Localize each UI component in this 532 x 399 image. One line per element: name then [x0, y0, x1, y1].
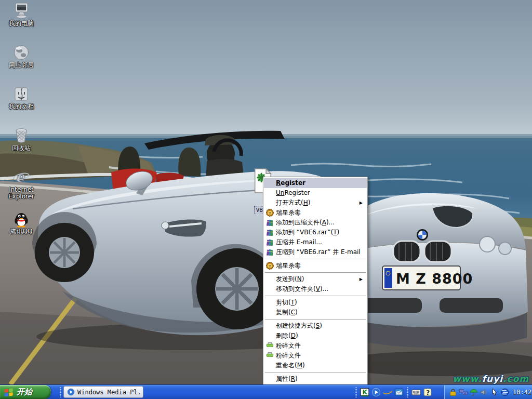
quick-launch-handle[interactable] [355, 387, 357, 397]
desktop-icon-label: 回收站 [12, 145, 31, 152]
menu-item[interactable]: 删除(D) [264, 331, 367, 341]
menu-item[interactable]: UnRegister [264, 188, 367, 198]
quick-launch-media-player-icon[interactable] [371, 388, 381, 397]
menu-item-label: 复制(C) [276, 309, 298, 316]
my-documents-icon [12, 85, 30, 103]
tray-network-icon[interactable] [459, 388, 468, 396]
winrar-icon [266, 229, 274, 236]
quick-launch-outlook-express-icon[interactable] [394, 388, 404, 397]
desktop-icon-label: 我的电脑 [9, 20, 34, 27]
internet-explorer-icon: e [12, 168, 30, 186]
menu-item[interactable]: 重命名(M) [264, 361, 367, 370]
menu-item-label: 发送到(N) [276, 275, 304, 283]
menu-item[interactable]: 添加到 “VBE6.rar”(T) [264, 228, 367, 237]
menu-separator [265, 319, 366, 320]
quick-launch-kv-antivirus-icon[interactable]: K [360, 388, 369, 397]
desktop-icon-network-places[interactable]: 网上邻居 [1, 44, 42, 85]
desktop-icon-my-documents[interactable]: 我的文档 [1, 85, 42, 127]
license-plate-text: M Z 8800 [396, 271, 473, 287]
tray-clock[interactable]: 10:42 [513, 389, 531, 396]
quick-launch-ie-small-icon[interactable]: e [383, 388, 392, 397]
media-player-icon [67, 388, 75, 396]
start-button[interactable]: 开始 [0, 385, 51, 399]
menu-item-label: Register [276, 179, 305, 187]
menu-item[interactable]: 压缩并 E-mail... [264, 237, 367, 247]
menu-item[interactable]: 瑞星杀毒 [264, 208, 367, 218]
taskbar-task-windows-media-player[interactable]: Windows Media Pl... [63, 386, 143, 398]
rising-antivirus-icon [266, 209, 274, 217]
menu-item-label: 添加到 “VBE6.rar”(T) [276, 229, 339, 236]
winrar-icon [266, 248, 274, 256]
system-tray: 10:42 [444, 385, 532, 399]
watermark-pre: www. [453, 374, 482, 384]
menu-item[interactable]: 发送到(N)▶ [264, 274, 367, 284]
qq-icon [12, 210, 30, 228]
winrar-icon [266, 219, 274, 227]
network-places-icon [12, 44, 30, 61]
license-plate: M Z 8800 [382, 266, 473, 290]
menu-separator [265, 372, 366, 373]
menu-item-label: 移动到文件夹(V)... [276, 285, 328, 292]
tray-firewall-icon[interactable] [501, 388, 509, 396]
desktop-icon-tencent-qq[interactable]: 腾讯QQ [1, 210, 42, 251]
taskbar-drag-handle[interactable] [59, 387, 62, 397]
desktop-icon-list: 我的电脑网上邻居我的文档回收站eInternet Explorer腾讯QQ [1, 2, 42, 251]
task-button-label: Windows Media Pl... [77, 389, 140, 396]
menu-item[interactable]: 粉碎文件 [264, 351, 367, 361]
file-shredder-icon [266, 342, 274, 350]
desktop-icon-internet-explorer[interactable]: eInternet Explorer [1, 168, 42, 210]
tray-volume-icon[interactable] [480, 388, 488, 396]
menu-item[interactable]: 瑞星杀毒 [264, 261, 367, 271]
menu-item-label: 打开方式(H) [276, 199, 310, 206]
start-button-label: 开始 [17, 387, 32, 397]
context-menu: RegisterUnRegister打开方式(H)▶瑞星杀毒添加到压缩文件(A)… [263, 177, 368, 384]
desktop-icon-label: 我的文档 [9, 103, 34, 110]
file-shredder-icon [266, 352, 274, 360]
desktop: M Z 8800 www.fuyi.com 我的电脑网上邻居我的文档回收站eIn… [0, 0, 532, 384]
ime-handle[interactable] [406, 387, 409, 397]
watermark-post: .com [503, 374, 529, 384]
menu-item[interactable]: Register [264, 178, 367, 188]
menu-item-label: 删除(D) [276, 332, 298, 339]
taskbar: 开始 Windows Media Pl... Ke ? 10:42 [0, 384, 532, 399]
svg-text:e: e [16, 169, 25, 185]
menu-item[interactable]: 属性(R) [264, 374, 367, 384]
menu-item[interactable]: 压缩到 “VBE6.rar” 并 E-mail [264, 247, 367, 257]
desktop-icon-recycle-bin[interactable]: 回收站 [1, 127, 42, 168]
winrar-icon [266, 238, 274, 246]
menu-item[interactable]: 创建快捷方式(S) [264, 321, 367, 331]
svg-text:K: K [363, 389, 368, 396]
desktop-icon-my-computer[interactable]: 我的电脑 [1, 2, 42, 44]
ime-ime-help-icon[interactable]: ? [423, 388, 432, 397]
menu-item-label: 重命名(M) [276, 362, 305, 369]
menu-separator [265, 259, 366, 259]
tray-lock-icon[interactable] [449, 388, 457, 396]
svg-text:e: e [384, 388, 390, 397]
menu-item[interactable]: 粉碎文件 [264, 341, 367, 351]
menu-item[interactable]: 剪切(T) [264, 298, 367, 308]
ime-keyboard-icon[interactable] [411, 388, 421, 397]
menu-item-label: 添加到压缩文件(A)... [276, 219, 335, 226]
tray-mouse-pointer-icon[interactable] [490, 388, 499, 396]
menu-item[interactable]: 添加到压缩文件(A)... [264, 218, 367, 228]
quick-launch-area: Ke ? [354, 385, 432, 399]
menu-item[interactable]: 复制(C) [264, 308, 367, 317]
recycle-bin-icon [12, 127, 30, 144]
menu-item-label: 压缩并 E-mail... [276, 238, 322, 246]
menu-item-label: 瑞星杀毒 [276, 262, 301, 269]
menu-item[interactable]: 打开方式(H)▶ [264, 198, 367, 208]
desktop-icon-label: 腾讯QQ [10, 228, 33, 235]
desktop-icon-label: 网上邻居 [9, 62, 34, 69]
svg-text:?: ? [426, 389, 430, 396]
menu-item-label: 压缩到 “VBE6.rar” 并 E-mail [276, 248, 361, 256]
menu-item[interactable]: 移动到文件夹(V)... [264, 284, 367, 294]
tray-rising-umbrella-icon[interactable] [470, 388, 478, 396]
desktop-icon-label: Internet Explorer [2, 187, 41, 200]
submenu-arrow-icon: ▶ [360, 198, 363, 208]
menu-item-label: 粉碎文件 [276, 342, 301, 349]
rising-antivirus-icon [266, 262, 274, 270]
submenu-arrow-icon: ▶ [360, 274, 363, 284]
wallpaper-watermark: www.fuyi.com [453, 374, 529, 384]
menu-item-label: 瑞星杀毒 [276, 209, 301, 216]
windows-flag-icon [4, 387, 14, 397]
